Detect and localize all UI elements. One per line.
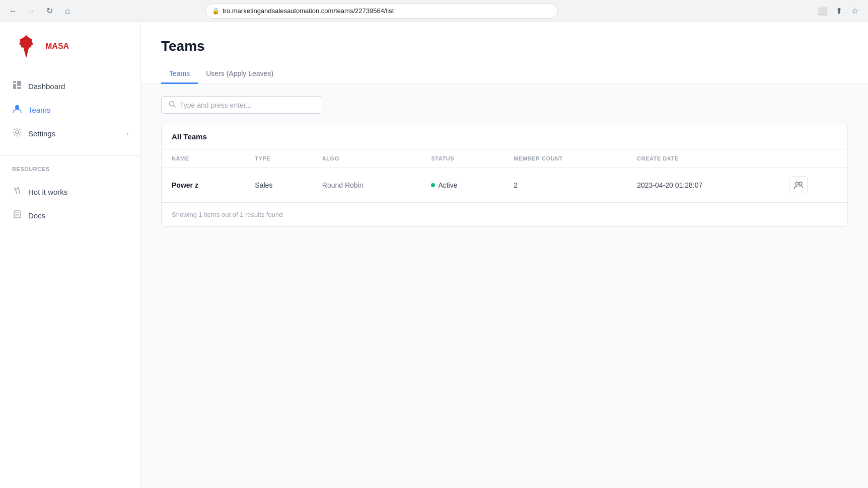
back-button[interactable]: ← [6,4,20,18]
table-body: Power z Sales Round Robin Active [162,168,847,203]
sidebar-item-dashboard-label: Dashboard [28,82,128,91]
table-section-title: All Teams [162,124,847,149]
resources-section-label: RESOURCES [0,162,140,176]
docs-icon [12,210,22,221]
search-container [161,96,848,114]
page-title: Teams [161,38,848,54]
svg-point-9 [799,182,802,185]
logo-text: MASA [45,42,69,51]
team-name-text: Power z [172,181,198,189]
teams-icon [12,104,22,116]
cell-member-count: 2 [503,168,627,203]
sidebar-nav: Dashboard Teams Settings › [0,70,140,149]
table-header: NAME TYPE ALGO STATUS MEMBER COUNT CREAT… [162,149,847,168]
col-header-algo: ALGO [312,149,421,168]
tabs: Teams Users (Apply Leaves) [161,64,848,84]
svg-point-7 [170,102,174,106]
home-button[interactable]: ⌂ [60,4,75,18]
col-header-status: STATUS [421,149,503,168]
results-text: Showing 1 items out of 1 results found [162,202,847,226]
col-header-type: TYPE [245,149,312,168]
svg-point-8 [795,182,799,185]
hot-it-works-icon [12,186,22,198]
col-header-create-date: CREATE DATE [627,149,779,168]
col-header-actions [779,149,847,168]
sidebar-item-docs-label: Docs [28,211,128,220]
search-input[interactable] [180,101,315,109]
search-icon [169,101,176,109]
sidebar: MASA Dashboard Teams Settings › [0,22,141,488]
search-input-wrapper[interactable] [161,96,322,114]
content-area: All Teams NAME TYPE ALGO STATUS MEMBER C… [141,84,868,239]
svg-point-5 [16,131,19,134]
bookmark-button[interactable]: ☆ [848,4,862,18]
app-container: MASA Dashboard Teams Settings › [0,22,868,488]
status-active-container: Active [431,181,493,189]
col-header-name: NAME [162,149,245,168]
svg-rect-1 [13,84,16,89]
browser-chrome: ← → ↻ ⌂ 🔒 tro.marketingandsalesautomatio… [0,0,868,22]
cell-algo: Round Robin [312,168,421,203]
address-bar[interactable]: 🔒 tro.marketingandsalesautomation.com/te… [205,4,558,19]
sidebar-logo: MASA [0,22,140,70]
cast-button[interactable]: ⬜ [816,4,830,18]
col-header-member-count: MEMBER COUNT [503,149,627,168]
status-text: Active [438,181,457,189]
cell-status: Active [421,168,503,203]
cell-name: Power z [162,168,245,203]
algo-text: Round Robin [322,181,364,189]
cell-actions [779,168,847,203]
page-header: Teams Teams Users (Apply Leaves) [141,22,868,84]
svg-point-4 [15,105,19,109]
cell-create-date: 2023-04-20 01:28:07 [627,168,779,203]
masa-logo-icon [12,32,40,60]
url-text: tro.marketingandsalesautomation.com/team… [223,7,551,15]
sidebar-item-teams[interactable]: Teams [0,98,140,122]
settings-icon [12,128,22,139]
tab-users-apply-leaves[interactable]: Users (Apply Leaves) [198,64,281,84]
forward-button[interactable]: → [24,4,38,18]
svg-rect-0 [13,81,16,83]
settings-arrow-icon: › [126,130,128,137]
sidebar-item-hot-it-works[interactable]: Hot it works [0,180,140,204]
dashboard-icon [12,80,22,92]
reload-button[interactable]: ↻ [42,4,56,18]
sidebar-item-teams-label: Teams [28,106,128,114]
teams-table: NAME TYPE ALGO STATUS MEMBER COUNT CREAT… [162,149,847,202]
status-dot-icon [431,183,435,187]
lock-icon: 🔒 [212,8,220,15]
cell-type: Sales [245,168,312,203]
tab-teams[interactable]: Teams [161,64,198,84]
sidebar-item-docs[interactable]: Docs [0,204,140,227]
team-action-button[interactable] [789,176,808,194]
teams-table-card: All Teams NAME TYPE ALGO STATUS MEMBER C… [161,124,848,227]
table-row: Power z Sales Round Robin Active [162,168,847,203]
sidebar-item-hot-it-works-label: Hot it works [28,188,128,196]
main-content: Teams Teams Users (Apply Leaves) All Tea… [141,22,868,488]
sidebar-item-settings-label: Settings [28,129,120,138]
sidebar-resources-nav: Hot it works Docs [0,176,140,231]
svg-rect-2 [17,81,21,86]
sidebar-item-settings[interactable]: Settings › [0,122,140,145]
browser-actions: ⬜ ⬆ ☆ [816,4,862,18]
share-button[interactable]: ⬆ [832,4,846,18]
sidebar-divider [0,155,140,156]
svg-rect-3 [17,87,21,89]
sidebar-item-dashboard[interactable]: Dashboard [0,74,140,98]
